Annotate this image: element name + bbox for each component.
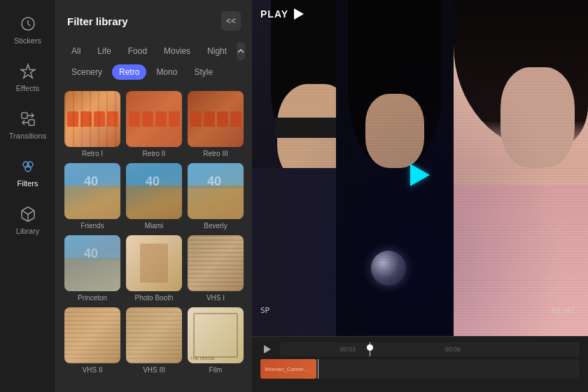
filter-item-princeton[interactable]: 40 Princeton <box>64 235 120 302</box>
filter-grid: Retro I Retro II <box>56 85 252 392</box>
play-label: PLAY <box>260 8 288 20</box>
sp-badge: SP <box>260 306 270 315</box>
category-night[interactable]: Night <box>200 43 234 59</box>
sidebar-item-stickers[interactable]: Stickers <box>4 7 52 52</box>
filter-item-friends[interactable]: 40 Friends <box>64 163 120 230</box>
video-preview: PLAY SP 01:02: <box>252 0 588 336</box>
filter-item-vhs2[interactable]: VHS II <box>64 307 120 374</box>
filter-thumb-vhs1 <box>188 235 244 291</box>
category-life[interactable]: Life <box>90 43 118 59</box>
filter-item-vhs3[interactable]: VHS III <box>126 307 182 374</box>
sidebar-item-library[interactable]: Library <box>4 197 52 242</box>
ruler-marker-2: 00:06 <box>444 346 461 353</box>
sidebar-item-transitions[interactable]: Transitions <box>4 102 52 147</box>
filter-item-vhs1[interactable]: VHS I <box>188 235 244 302</box>
filter-thumb-princeton: 40 <box>64 235 120 291</box>
filter-item-miami[interactable]: 40 Miami <box>126 163 182 230</box>
sidebar-item-filters-label: Filters <box>18 179 38 188</box>
filter-thumb-vhs3 <box>126 307 182 363</box>
timeline-ruler[interactable]: 00:03 00:06 <box>280 342 580 356</box>
filter-label-miami: Miami <box>126 222 182 230</box>
filter-label-princeton: Princeton <box>64 294 120 302</box>
filter-label-beverly: Beverly <box>188 222 244 230</box>
chevron-up-button[interactable] <box>237 42 245 60</box>
arrows-icon <box>18 109 38 129</box>
filter-label-vhs1: VHS I <box>188 294 244 302</box>
svg-rect-1 <box>22 113 27 118</box>
category-food[interactable]: Food <box>121 43 154 59</box>
timecode: 01:02: <box>552 306 580 315</box>
panel-header: Filter library << <box>56 0 252 39</box>
clock-icon <box>18 14 38 34</box>
filter-categories: All Life Food Movies Night Scenery Retro… <box>56 39 252 85</box>
filter-thumb-film: THE HOUSE <box>188 307 244 363</box>
filter-label-retro3: Retro III <box>188 150 244 158</box>
filter-thumb-retro2 <box>126 91 182 147</box>
category-retro[interactable]: Retro <box>112 64 146 80</box>
ruler-marker-1: 00:03 <box>340 346 356 353</box>
video-background: PLAY SP 01:02: <box>252 0 588 336</box>
filter-thumb-photobooth <box>126 235 182 291</box>
star-icon <box>18 62 38 81</box>
category-mono[interactable]: Mono <box>149 64 184 80</box>
track-clip-label: Woman_Camera_Retro_Looking_At_Camera_By_… <box>265 366 312 372</box>
play-indicator: PLAY <box>260 8 304 20</box>
panel-title: Filter library <box>67 15 128 27</box>
svg-rect-2 <box>29 120 34 125</box>
category-scenery[interactable]: Scenery <box>64 64 109 80</box>
filter-label-retro2: Retro II <box>126 150 182 158</box>
sidebar-item-effects-label: Effects <box>16 84 39 92</box>
filters-icon <box>18 157 38 176</box>
sidebar-item-library-label: Library <box>16 227 40 235</box>
filter-panel: Filter library << All Life Food Movies N… <box>56 0 252 392</box>
filter-label-vhs3: VHS III <box>126 366 182 374</box>
timeline-play-icon <box>264 345 271 354</box>
box-icon <box>18 204 38 224</box>
timeline-track[interactable]: Woman_Camera_Retro_Looking_At_Camera_By_… <box>260 359 580 379</box>
filter-label-film: Film <box>188 366 244 374</box>
play-triangle-icon <box>294 8 304 20</box>
collapse-panel-button[interactable]: << <box>221 11 241 31</box>
timeline: 00:03 00:06 Woman_Camera_Retro_Looking_A… <box>252 336 588 392</box>
filter-label-photobooth: Photo Booth <box>126 294 182 302</box>
filter-thumb-retro3 <box>188 91 244 147</box>
filter-item-beverly[interactable]: 40 Beverly <box>188 163 244 230</box>
filter-label-friends: Friends <box>64 222 120 230</box>
sidebar-item-stickers-label: Stickers <box>14 36 41 45</box>
filter-thumb-vhs2 <box>64 307 120 363</box>
sidebar-item-filters[interactable]: Filters <box>4 150 52 195</box>
filter-item-retro3[interactable]: Retro III <box>188 91 244 158</box>
filter-label-retro1: Retro I <box>64 150 120 158</box>
filter-thumb-friends: 40 <box>64 163 120 219</box>
timeline-controls: 00:03 00:06 <box>260 342 580 356</box>
timeline-play-button[interactable] <box>260 342 274 356</box>
filter-item-retro2[interactable]: Retro II <box>126 91 182 158</box>
filter-item-photobooth[interactable]: Photo Booth <box>126 235 182 302</box>
filter-thumb-miami: 40 <box>126 163 182 219</box>
category-row-2: Scenery Retro Mono Style <box>64 64 244 80</box>
category-style[interactable]: Style <box>187 64 220 80</box>
filter-item-retro1[interactable]: Retro I <box>64 91 120 158</box>
category-all[interactable]: All <box>64 43 88 59</box>
cursor-pointer-icon <box>410 164 430 186</box>
sidebar: Stickers Effects Transitions <box>0 0 56 392</box>
main-content: PLAY SP 01:02: 00:03 00:06 <box>252 0 588 392</box>
sidebar-item-transitions-label: Transitions <box>9 132 46 140</box>
filter-item-film[interactable]: THE HOUSE Film <box>188 307 244 374</box>
sidebar-item-effects[interactable]: Effects <box>4 55 52 99</box>
filter-label-vhs2: VHS II <box>64 366 120 374</box>
category-movies[interactable]: Movies <box>157 43 197 59</box>
filter-thumb-beverly: 40 <box>188 163 244 219</box>
filter-thumb-retro1 <box>64 91 120 147</box>
category-row-1: All Life Food Movies Night <box>64 42 244 60</box>
track-clip: Woman_Camera_Retro_Looking_At_Camera_By_… <box>260 359 316 379</box>
